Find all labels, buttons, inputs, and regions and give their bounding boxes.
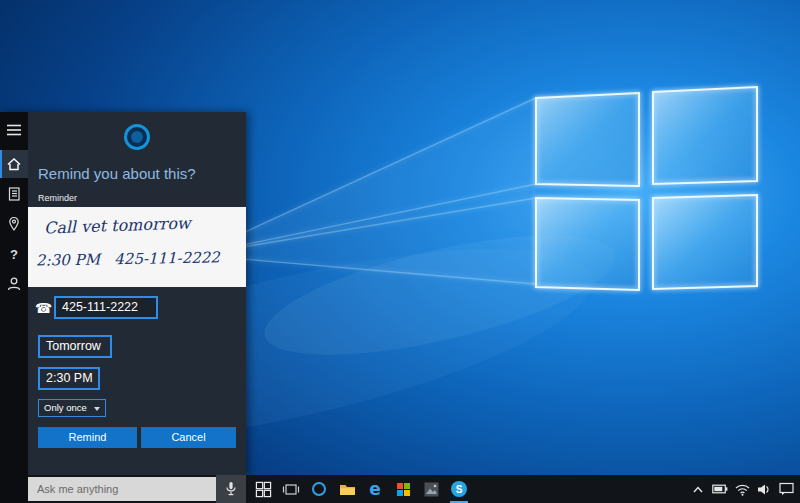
cortana-search-box xyxy=(28,477,216,501)
sidebar-item-home[interactable] xyxy=(0,150,28,178)
microphone-icon xyxy=(225,481,237,497)
edge-icon: e xyxy=(369,479,381,499)
photos-icon xyxy=(424,482,439,497)
person-icon xyxy=(6,276,22,292)
task-view-button[interactable] xyxy=(278,475,304,503)
handwritten-note-card: Call vet tomorrow 2:30 PM 425-111-2222 xyxy=(28,207,246,287)
recurrence-dropdown[interactable]: Only once xyxy=(38,399,106,417)
tray-hidden-icons-button[interactable] xyxy=(688,475,708,503)
phone-icon: ☎ xyxy=(35,300,52,316)
cortana-side-rail: ? xyxy=(0,112,28,475)
phone-number-value: 425-111-2222 xyxy=(62,300,138,314)
reminder-time-field[interactable]: 2:30 PM xyxy=(38,367,100,390)
taskbar-rail-corner xyxy=(0,475,28,503)
cortana-ring-icon xyxy=(312,482,326,496)
remind-button[interactable]: Remind xyxy=(38,427,137,448)
wifi-icon xyxy=(735,483,750,496)
reminder-date-field[interactable]: Tomorrow xyxy=(38,335,112,358)
cortana-panel-body: Remind you about this? Reminder Call vet… xyxy=(28,112,246,475)
home-icon xyxy=(6,156,22,172)
map-pin-icon xyxy=(7,216,21,232)
search-input[interactable] xyxy=(28,477,216,501)
speaker-icon xyxy=(757,483,771,496)
taskbar-app-skype[interactable]: S xyxy=(446,475,472,503)
battery-icon xyxy=(712,484,728,494)
reminder-date-value: Tomorrow xyxy=(46,339,101,353)
action-center-icon xyxy=(779,482,794,496)
taskbar: e S xyxy=(0,475,800,503)
phone-number-field[interactable]: 425-111-2222 xyxy=(54,296,158,319)
tray-action-center-button[interactable] xyxy=(776,475,796,503)
cortana-panel: ? Remind you about this? Reminder Call v… xyxy=(0,112,246,475)
cancel-button[interactable]: Cancel xyxy=(141,427,236,448)
skype-icon: S xyxy=(451,481,467,497)
taskbar-app-photos[interactable] xyxy=(418,475,444,503)
notebook-icon xyxy=(6,186,22,202)
desktop: ? Remind you about this? Reminder Call v… xyxy=(0,0,800,503)
sidebar-item-help[interactable]: ? xyxy=(0,240,28,268)
hamburger-icon xyxy=(6,123,22,137)
tray-battery-button[interactable] xyxy=(710,475,730,503)
taskbar-app-cortana[interactable] xyxy=(306,475,332,503)
handwriting-line-2: 2:30 PM 425-111-2222 xyxy=(36,248,220,269)
recurrence-value: Only once xyxy=(44,402,87,413)
handwriting-line-1: Call vet tomorrow xyxy=(44,213,191,237)
help-icon: ? xyxy=(10,247,18,262)
task-view-icon xyxy=(282,482,300,497)
reminder-section-label: Reminder xyxy=(38,193,77,203)
menu-button[interactable] xyxy=(0,116,28,144)
sidebar-item-places[interactable] xyxy=(0,210,28,238)
folder-icon xyxy=(339,482,356,496)
cortana-prompt-title: Remind you about this? xyxy=(38,165,196,182)
taskbar-app-store[interactable] xyxy=(390,475,416,503)
taskbar-app-file-explorer[interactable] xyxy=(334,475,360,503)
sidebar-item-notebook[interactable] xyxy=(0,180,28,208)
microphone-button[interactable] xyxy=(216,475,246,503)
windows-start-icon xyxy=(255,481,272,498)
cortana-logo-icon xyxy=(124,124,150,150)
chevron-down-icon xyxy=(94,407,100,411)
reminder-time-value: 2:30 PM xyxy=(46,371,93,385)
store-icon xyxy=(397,483,410,496)
sidebar-item-feedback[interactable] xyxy=(0,270,28,298)
tray-wifi-button[interactable] xyxy=(732,475,752,503)
start-button[interactable] xyxy=(250,475,276,503)
taskbar-app-edge[interactable]: e xyxy=(362,475,388,503)
chevron-up-icon xyxy=(692,485,704,494)
tray-volume-button[interactable] xyxy=(754,475,774,503)
